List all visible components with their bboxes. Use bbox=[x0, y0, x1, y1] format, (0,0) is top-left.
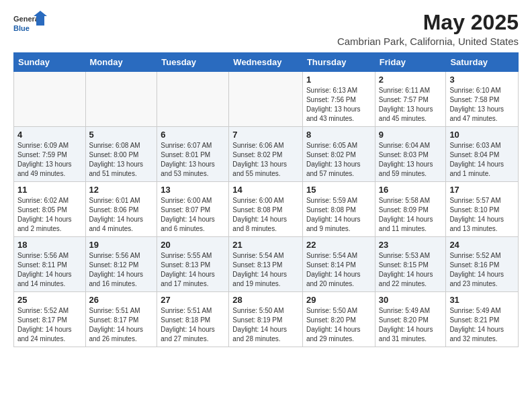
col-friday: Friday bbox=[375, 53, 446, 72]
day-number: 2 bbox=[379, 75, 443, 85]
day-info: Sunrise: 5:49 AM Sunset: 8:21 PM Dayligh… bbox=[449, 306, 515, 344]
calendar-day-cell: 23 Sunrise: 5:53 AM Sunset: 8:15 PM Dayl… bbox=[375, 237, 446, 292]
day-number: 28 bbox=[232, 295, 299, 305]
calendar-day-cell: 3 Sunrise: 6:10 AM Sunset: 7:58 PM Dayli… bbox=[446, 72, 519, 127]
day-info: Sunrise: 5:55 AM Sunset: 8:13 PM Dayligh… bbox=[161, 251, 225, 289]
calendar-day-cell: 31 Sunrise: 5:49 AM Sunset: 8:21 PM Dayl… bbox=[446, 292, 519, 347]
col-saturday: Saturday bbox=[446, 53, 519, 72]
day-number: 13 bbox=[161, 185, 225, 195]
day-number: 23 bbox=[379, 240, 443, 250]
main-title: May 2025 bbox=[337, 11, 519, 34]
day-number: 19 bbox=[89, 240, 154, 250]
day-number: 11 bbox=[17, 185, 82, 195]
calendar-day-cell bbox=[85, 72, 157, 127]
day-info: Sunrise: 5:54 AM Sunset: 8:13 PM Dayligh… bbox=[232, 251, 299, 289]
calendar-day-cell: 1 Sunrise: 6:13 AM Sunset: 7:56 PM Dayli… bbox=[302, 72, 375, 127]
day-number: 26 bbox=[89, 295, 154, 305]
day-info: Sunrise: 6:05 AM Sunset: 8:02 PM Dayligh… bbox=[306, 141, 371, 179]
calendar-week-row: 25 Sunrise: 5:52 AM Sunset: 8:17 PM Dayl… bbox=[14, 292, 519, 347]
day-info: Sunrise: 6:03 AM Sunset: 8:04 PM Dayligh… bbox=[449, 141, 515, 179]
day-info: Sunrise: 5:49 AM Sunset: 8:20 PM Dayligh… bbox=[379, 306, 443, 344]
calendar-day-cell: 27 Sunrise: 5:51 AM Sunset: 8:18 PM Dayl… bbox=[157, 292, 229, 347]
calendar-day-cell: 19 Sunrise: 5:56 AM Sunset: 8:12 PM Dayl… bbox=[85, 237, 157, 292]
calendar-day-cell bbox=[14, 72, 86, 127]
day-number: 14 bbox=[232, 185, 299, 195]
calendar-day-cell bbox=[157, 72, 229, 127]
day-number: 9 bbox=[379, 130, 443, 140]
page: General Blue May 2025 Cambrian Park, Cal… bbox=[0, 0, 532, 358]
col-sunday: Sunday bbox=[14, 53, 86, 72]
day-number: 20 bbox=[161, 240, 225, 250]
day-info: Sunrise: 5:56 AM Sunset: 8:11 PM Dayligh… bbox=[17, 251, 82, 289]
day-info: Sunrise: 5:51 AM Sunset: 8:17 PM Dayligh… bbox=[89, 306, 154, 344]
day-info: Sunrise: 5:57 AM Sunset: 8:10 PM Dayligh… bbox=[449, 196, 515, 234]
day-info: Sunrise: 5:52 AM Sunset: 8:16 PM Dayligh… bbox=[449, 251, 515, 289]
day-info: Sunrise: 6:04 AM Sunset: 8:03 PM Dayligh… bbox=[379, 141, 443, 179]
svg-text:Blue: Blue bbox=[13, 24, 30, 32]
day-number: 1 bbox=[306, 75, 371, 85]
calendar-day-cell: 4 Sunrise: 6:09 AM Sunset: 7:59 PM Dayli… bbox=[14, 127, 86, 182]
day-info: Sunrise: 5:50 AM Sunset: 8:20 PM Dayligh… bbox=[306, 306, 371, 344]
day-info: Sunrise: 6:09 AM Sunset: 7:59 PM Dayligh… bbox=[17, 141, 82, 179]
day-number: 24 bbox=[449, 240, 515, 250]
col-thursday: Thursday bbox=[302, 53, 375, 72]
calendar-week-row: 4 Sunrise: 6:09 AM Sunset: 7:59 PM Dayli… bbox=[14, 127, 519, 182]
day-number: 12 bbox=[89, 185, 154, 195]
calendar-day-cell: 26 Sunrise: 5:51 AM Sunset: 8:17 PM Dayl… bbox=[85, 292, 157, 347]
calendar-day-cell: 10 Sunrise: 6:03 AM Sunset: 8:04 PM Dayl… bbox=[446, 127, 519, 182]
calendar-day-cell: 18 Sunrise: 5:56 AM Sunset: 8:11 PM Dayl… bbox=[14, 237, 86, 292]
day-number: 7 bbox=[232, 130, 299, 140]
calendar-day-cell: 28 Sunrise: 5:50 AM Sunset: 8:19 PM Dayl… bbox=[229, 292, 303, 347]
calendar-day-cell: 24 Sunrise: 5:52 AM Sunset: 8:16 PM Dayl… bbox=[446, 237, 519, 292]
day-info: Sunrise: 5:54 AM Sunset: 8:14 PM Dayligh… bbox=[306, 251, 371, 289]
col-monday: Monday bbox=[85, 53, 157, 72]
day-number: 15 bbox=[306, 185, 371, 195]
calendar-week-row: 18 Sunrise: 5:56 AM Sunset: 8:11 PM Dayl… bbox=[14, 237, 519, 292]
day-number: 22 bbox=[306, 240, 371, 250]
logo-icon: General Blue bbox=[13, 11, 47, 39]
calendar-day-cell: 16 Sunrise: 5:58 AM Sunset: 8:09 PM Dayl… bbox=[375, 182, 446, 237]
calendar-day-cell: 20 Sunrise: 5:55 AM Sunset: 8:13 PM Dayl… bbox=[157, 237, 229, 292]
day-info: Sunrise: 6:10 AM Sunset: 7:58 PM Dayligh… bbox=[449, 86, 515, 124]
calendar-week-row: 11 Sunrise: 6:02 AM Sunset: 8:05 PM Dayl… bbox=[14, 182, 519, 237]
calendar-day-cell: 21 Sunrise: 5:54 AM Sunset: 8:13 PM Dayl… bbox=[229, 237, 303, 292]
subtitle: Cambrian Park, California, United States bbox=[337, 36, 519, 47]
calendar-day-cell: 9 Sunrise: 6:04 AM Sunset: 8:03 PM Dayli… bbox=[375, 127, 446, 182]
day-info: Sunrise: 6:00 AM Sunset: 8:07 PM Dayligh… bbox=[161, 196, 225, 234]
calendar-day-cell: 11 Sunrise: 6:02 AM Sunset: 8:05 PM Dayl… bbox=[14, 182, 86, 237]
col-wednesday: Wednesday bbox=[229, 53, 303, 72]
day-info: Sunrise: 5:58 AM Sunset: 8:09 PM Dayligh… bbox=[379, 196, 443, 234]
calendar-day-cell: 12 Sunrise: 6:01 AM Sunset: 8:06 PM Dayl… bbox=[85, 182, 157, 237]
calendar-day-cell: 7 Sunrise: 6:06 AM Sunset: 8:02 PM Dayli… bbox=[229, 127, 303, 182]
day-info: Sunrise: 5:52 AM Sunset: 8:17 PM Dayligh… bbox=[17, 306, 82, 344]
day-number: 8 bbox=[306, 130, 371, 140]
day-info: Sunrise: 5:50 AM Sunset: 8:19 PM Dayligh… bbox=[232, 306, 299, 344]
col-tuesday: Tuesday bbox=[157, 53, 229, 72]
day-info: Sunrise: 5:56 AM Sunset: 8:12 PM Dayligh… bbox=[89, 251, 154, 289]
calendar-header-row: Sunday Monday Tuesday Wednesday Thursday… bbox=[14, 53, 519, 72]
day-info: Sunrise: 6:11 AM Sunset: 7:57 PM Dayligh… bbox=[379, 86, 443, 124]
header: General Blue May 2025 Cambrian Park, Cal… bbox=[13, 11, 519, 47]
calendar-day-cell: 29 Sunrise: 5:50 AM Sunset: 8:20 PM Dayl… bbox=[302, 292, 375, 347]
day-number: 29 bbox=[306, 295, 371, 305]
day-number: 4 bbox=[17, 130, 82, 140]
day-number: 21 bbox=[232, 240, 299, 250]
calendar-day-cell: 30 Sunrise: 5:49 AM Sunset: 8:20 PM Dayl… bbox=[375, 292, 446, 347]
day-number: 18 bbox=[17, 240, 82, 250]
day-info: Sunrise: 6:06 AM Sunset: 8:02 PM Dayligh… bbox=[232, 141, 299, 179]
day-number: 6 bbox=[161, 130, 225, 140]
day-info: Sunrise: 6:07 AM Sunset: 8:01 PM Dayligh… bbox=[161, 141, 225, 179]
day-number: 5 bbox=[89, 130, 154, 140]
day-number: 10 bbox=[449, 130, 515, 140]
calendar-day-cell: 22 Sunrise: 5:54 AM Sunset: 8:14 PM Dayl… bbox=[302, 237, 375, 292]
day-number: 27 bbox=[161, 295, 225, 305]
day-info: Sunrise: 6:01 AM Sunset: 8:06 PM Dayligh… bbox=[89, 196, 154, 234]
logo: General Blue bbox=[13, 11, 47, 39]
day-number: 25 bbox=[17, 295, 82, 305]
day-info: Sunrise: 5:53 AM Sunset: 8:15 PM Dayligh… bbox=[379, 251, 443, 289]
day-info: Sunrise: 6:08 AM Sunset: 8:00 PM Dayligh… bbox=[89, 141, 154, 179]
calendar-day-cell: 25 Sunrise: 5:52 AM Sunset: 8:17 PM Dayl… bbox=[14, 292, 86, 347]
day-info: Sunrise: 5:51 AM Sunset: 8:18 PM Dayligh… bbox=[161, 306, 225, 344]
calendar-day-cell: 13 Sunrise: 6:00 AM Sunset: 8:07 PM Dayl… bbox=[157, 182, 229, 237]
day-info: Sunrise: 6:02 AM Sunset: 8:05 PM Dayligh… bbox=[17, 196, 82, 234]
